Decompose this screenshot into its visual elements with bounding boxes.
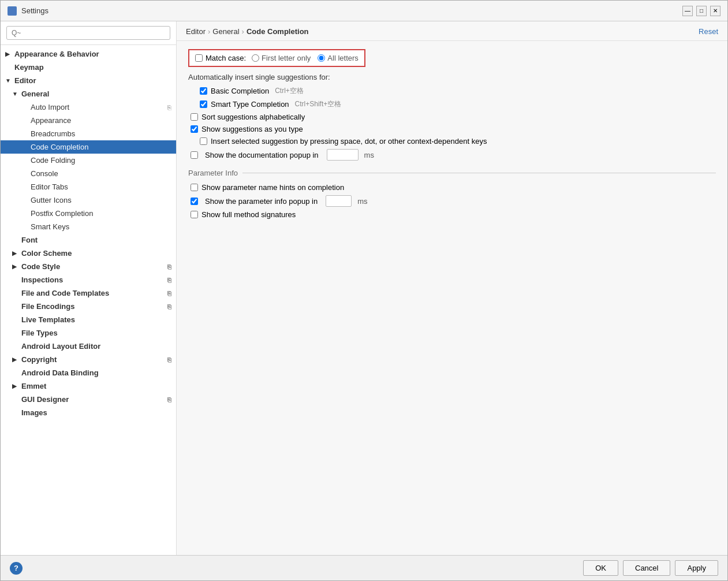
radio-group: First letter only All letters (252, 54, 359, 62)
all-letters-label[interactable]: All letters (318, 54, 358, 62)
first-letter-label[interactable]: First letter only (252, 54, 311, 62)
copy-icon: ⎘ (167, 277, 171, 284)
sidebar-item-copyright[interactable]: ▶ Copyright ⎘ (1, 353, 176, 366)
close-button[interactable]: ✕ (710, 6, 720, 16)
first-letter-text: First letter only (262, 54, 311, 62)
param-popup-input[interactable]: 500 (326, 195, 352, 207)
sidebar-item-label: Code Style (21, 262, 60, 271)
show-param-hints-checkbox[interactable] (191, 184, 198, 191)
sidebar-item-label: Appearance (31, 116, 71, 125)
param-info-header: Parameter Info (188, 169, 716, 177)
help-button[interactable]: ? (10, 562, 23, 575)
smart-type-text: Smart Type Completion (211, 100, 289, 109)
reset-button[interactable]: Reset (699, 27, 718, 36)
sidebar-item-inspections[interactable]: Inspections ⎘ (1, 273, 176, 286)
show-full-signatures-label[interactable]: Show full method signatures (191, 210, 296, 219)
sidebar-item-editor[interactable]: ▼ Editor (1, 74, 176, 87)
sidebar-item-android-layout-editor[interactable]: Android Layout Editor (1, 340, 176, 353)
sidebar-item-label: Breadcrumbs (31, 129, 75, 138)
sidebar-item-code-style[interactable]: ▶ Code Style ⎘ (1, 260, 176, 273)
match-case-checkbox[interactable] (195, 54, 203, 62)
basic-completion-label[interactable]: Basic Completion (200, 87, 269, 95)
all-letters-text: All letters (327, 54, 358, 62)
cancel-button[interactable]: Cancel (623, 560, 670, 576)
app-icon (8, 6, 17, 16)
first-letter-radio[interactable] (252, 54, 259, 62)
smart-type-shortcut: Ctrl+Shift+空格 (295, 99, 342, 109)
smart-type-label[interactable]: Smart Type Completion (200, 100, 289, 109)
match-case-box: Match case: First letter only All letter… (188, 49, 365, 67)
sidebar-item-android-data-binding[interactable]: Android Data Binding (1, 366, 176, 379)
sidebar-item-file-code-templates[interactable]: File and Code Templates ⎘ (1, 286, 176, 300)
search-box (1, 21, 176, 45)
nav-tree: ▶ Appearance & Behavior Keymap ▼ Editor … (1, 45, 176, 555)
insert-selected-label[interactable]: Insert selected suggestion by pressing s… (200, 137, 487, 146)
smart-type-row: Smart Type Completion Ctrl+Shift+空格 (188, 99, 716, 109)
sidebar-item-general[interactable]: ▼ General (1, 87, 176, 100)
show-param-hints-row: Show parameter name hints on completion (188, 183, 716, 192)
sidebar-item-live-templates[interactable]: Live Templates (1, 313, 176, 326)
sidebar-item-editor-tabs[interactable]: Editor Tabs (1, 180, 176, 193)
smart-type-checkbox[interactable] (200, 100, 207, 108)
show-as-you-type-row: Show suggestions as you type (188, 125, 716, 133)
title-bar: Settings — □ ✕ (1, 1, 727, 21)
show-param-hints-label[interactable]: Show parameter name hints on completion (191, 183, 344, 192)
chevron-icon: ▶ (12, 263, 19, 270)
param-info-title: Parameter Info (188, 169, 238, 177)
sidebar-item-breadcrumbs[interactable]: Breadcrumbs (1, 127, 176, 140)
match-case-label[interactable]: Match case: (195, 54, 246, 62)
param-popup-ms: ms (357, 197, 367, 206)
minimize-button[interactable]: — (682, 6, 693, 16)
sidebar-item-file-encodings[interactable]: File Encodings ⎘ (1, 300, 176, 313)
main-layout: ▶ Appearance & Behavior Keymap ▼ Editor … (1, 21, 727, 555)
ok-button[interactable]: OK (583, 560, 618, 576)
sidebar-item-images[interactable]: Images (1, 406, 176, 419)
sidebar-item-keymap[interactable]: Keymap (1, 61, 176, 74)
sidebar-item-postfix-completion[interactable]: Postfix Completion (1, 207, 176, 220)
sidebar-item-font[interactable]: Font (1, 233, 176, 247)
insert-selected-text: Insert selected suggestion by pressing s… (211, 137, 487, 146)
breadcrumb: Editor › General › Code Completion (186, 27, 309, 36)
sidebar-item-gutter-icons[interactable]: Gutter Icons (1, 193, 176, 207)
auto-insert-label: Automatically insert single suggestions … (188, 73, 716, 81)
copy-icon: ⎘ (167, 263, 171, 270)
sort-alpha-label[interactable]: Sort suggestions alphabetically (191, 113, 305, 121)
show-param-popup-row: Show the parameter info popup in 500 ms (188, 195, 716, 207)
basic-completion-checkbox[interactable] (200, 87, 207, 95)
content-body: Match case: First letter only All letter… (177, 41, 727, 555)
show-full-signatures-checkbox[interactable] (191, 211, 198, 218)
content-area: Editor › General › Code Completion Reset… (177, 21, 727, 555)
search-input[interactable] (6, 26, 170, 40)
all-letters-radio[interactable] (318, 54, 325, 62)
show-full-signatures-row: Show full method signatures (188, 210, 716, 219)
sidebar-item-code-folding[interactable]: Code Folding (1, 154, 176, 167)
sidebar-item-emmet[interactable]: ▶ Emmet (1, 379, 176, 393)
sidebar-item-label: Editor Tabs (31, 183, 68, 191)
doc-popup-input[interactable]: 1000 (327, 149, 359, 161)
show-param-popup-checkbox[interactable] (191, 198, 198, 205)
sidebar-item-appearance[interactable]: Appearance (1, 114, 176, 127)
show-doc-popup-text: Show the documentation popup in (205, 151, 319, 159)
sidebar-item-auto-import[interactable]: Auto Import ⎘ (1, 100, 176, 114)
sidebar-item-label: Auto Import (31, 103, 69, 111)
insert-selected-checkbox[interactable] (200, 137, 207, 145)
sidebar-item-appearance-behavior[interactable]: ▶ Appearance & Behavior (1, 47, 176, 61)
sidebar-item-file-types[interactable]: File Types (1, 326, 176, 340)
doc-popup-ms: ms (364, 151, 374, 159)
sort-alpha-checkbox[interactable] (191, 113, 198, 121)
show-as-you-type-label[interactable]: Show suggestions as you type (191, 125, 303, 133)
sidebar-item-label: Postfix Completion (31, 209, 93, 218)
show-doc-popup-checkbox[interactable] (191, 151, 198, 159)
sidebar-item-color-scheme[interactable]: ▶ Color Scheme (1, 247, 176, 260)
show-as-you-type-checkbox[interactable] (191, 125, 198, 133)
sidebar-item-code-completion[interactable]: Code Completion (1, 140, 176, 154)
maximize-button[interactable]: □ (696, 6, 707, 16)
sidebar: ▶ Appearance & Behavior Keymap ▼ Editor … (1, 21, 177, 555)
show-param-popup-text: Show the parameter info popup in (205, 197, 318, 206)
chevron-icon: ▼ (5, 77, 12, 84)
sidebar-item-smart-keys[interactable]: Smart Keys (1, 220, 176, 233)
chevron-icon: ▶ (12, 383, 19, 389)
apply-button[interactable]: Apply (675, 560, 718, 576)
sidebar-item-console[interactable]: Console (1, 167, 176, 180)
sidebar-item-gui-designer[interactable]: GUI Designer ⎘ (1, 393, 176, 406)
